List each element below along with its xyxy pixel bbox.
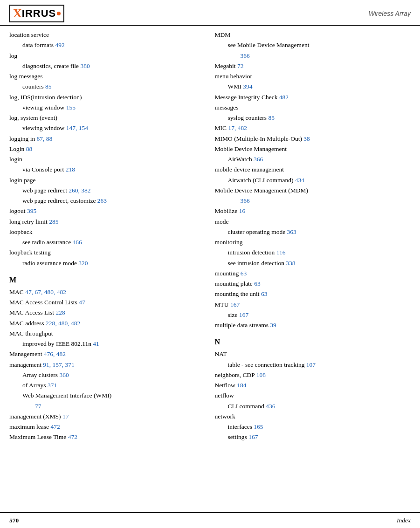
index-entry-main: long retry limit 285	[9, 217, 201, 226]
index-entry-main: mounting the unit 63	[215, 289, 411, 299]
index-entry-sub: intrusion detection 116	[215, 248, 411, 257]
index-entry-sub: settings 167	[215, 432, 411, 442]
page: XIRRUS Wireless Array location serviceda…	[0, 0, 420, 528]
logo-area: XIRRUS	[9, 5, 64, 22]
index-entry-main: log	[9, 51, 201, 61]
index-entry-main: messages	[215, 103, 411, 112]
index-entry-main: mobile device management	[215, 165, 411, 174]
index-entry-main: neighbors, CDP 108	[215, 370, 411, 380]
index-entry-main: Message Integrity Check 482	[215, 93, 411, 102]
index-entry-main: management (XMS) 17	[9, 412, 201, 421]
index-entry-sub: web page redirect 260, 382	[9, 186, 201, 195]
index-entry-main: Management 476, 482	[9, 350, 201, 359]
index-entry-main: menu behavior	[215, 72, 411, 81]
index-entry-main: log, IDS(intrusion detection)	[9, 93, 201, 102]
index-entry-main: management 91, 157, 371	[9, 360, 201, 370]
index-entry-main: Megabit 72	[215, 62, 411, 71]
index-entry-sub: CLI command 436	[215, 402, 411, 411]
index-entry-main: MIC 17, 482	[215, 123, 411, 133]
index-entry-main: MAC address 228, 480, 482	[9, 319, 201, 328]
index-entry-sub: of Arrays 371	[9, 381, 201, 390]
index-entry-sub: viewing window 147, 154	[9, 123, 201, 133]
index-entry-main: mounting 63	[215, 269, 411, 278]
index-entry-sub: interfaces 165	[215, 422, 411, 432]
index-entry-main: network	[215, 412, 411, 421]
header: XIRRUS Wireless Array	[0, 0, 420, 26]
index-entry-main: MAC Access List 228	[9, 308, 201, 317]
index-entry-continued: 366	[215, 51, 411, 61]
index-entry-main: Netflow 184	[215, 381, 411, 390]
index-entry-sub: data formats 492	[9, 41, 201, 50]
index-entry-main: Mobile Device Management	[215, 144, 411, 154]
index-entry-sub: cluster operating mode 363	[215, 227, 411, 237]
index-entry-main: monitoring	[215, 238, 411, 247]
index-entry-main: Login 88	[9, 144, 201, 154]
index-entry-main: Maximum Lease Time 472	[9, 432, 201, 442]
index-entry-sub: radio assurance mode 320	[9, 259, 201, 268]
index-entry-main: loopback	[9, 227, 201, 237]
index-entry-main: MDM	[215, 30, 411, 40]
index-entry-main: MTU 167	[215, 300, 411, 309]
index-entry-main: MIMO (Multiple-In Multiple-Out) 38	[215, 134, 411, 144]
index-entry-sub: AirWatch 366	[215, 155, 411, 164]
index-entry-sub: counters 85	[9, 82, 201, 91]
index-entry-sub: web page redirect, customize 263	[9, 196, 201, 206]
right-column: MDMsee Mobile Device Management366Megabi…	[210, 30, 411, 443]
index-entry-main: login	[9, 155, 201, 164]
index-entry-main: Mobilize 16	[215, 206, 411, 216]
index-entry-sub-long: see Mobile Device Management	[215, 41, 411, 50]
index-entry-main: MAC throughput	[9, 329, 201, 338]
footer-page-number: 570	[9, 517, 19, 524]
index-entry-main: MAC 47, 67, 480, 482	[9, 288, 201, 297]
index-entry-main: log, system (event)	[9, 113, 201, 123]
index-entry-sub: syslog counters 85	[215, 113, 411, 123]
index-entry-sub: WMI 394	[215, 82, 411, 91]
logo-x-letter: X	[13, 7, 22, 21]
index-entry-main: maximum lease 472	[9, 422, 201, 432]
index-entry-sub: improved by IEEE 802.11n 41	[9, 339, 201, 349]
index-entry-main: log messages	[9, 72, 201, 81]
footer-label: Index	[397, 517, 411, 524]
index-entry-continued: 366	[215, 196, 411, 206]
index-entry-sub: Airwatch (CLI command) 434	[215, 176, 411, 185]
index-entry-main: login page	[9, 176, 201, 185]
logo-registered-dot	[57, 12, 61, 15]
header-title: Wireless Array	[369, 10, 411, 17]
index-entry-main: mode	[215, 217, 411, 226]
index-entry-sub: via Console port 218	[9, 165, 201, 174]
content-area: location servicedata formats 492logdiagn…	[0, 26, 420, 462]
index-entry-sub: table - see connection tracking 107	[215, 360, 411, 370]
section-letter: N	[215, 336, 411, 348]
index-entry-sub: size 167	[215, 310, 411, 320]
left-column: location servicedata formats 492logdiagn…	[9, 30, 210, 443]
index-entry-main: netflow	[215, 391, 411, 400]
index-entry-main: location service	[9, 30, 201, 40]
index-entry-sub: see intrusion detection 338	[215, 259, 411, 268]
footer: 570 Index	[0, 512, 420, 528]
index-entry-sub-long: Web Management Interface (WMI)	[9, 391, 201, 400]
index-entry-sub: see radio assurance 466	[9, 238, 201, 247]
section-letter: M	[9, 274, 201, 286]
index-entry-main: logout 395	[9, 206, 201, 216]
index-entry-main: Mobile Device Management (MDM)	[215, 186, 411, 195]
index-entry-main: multiple data streams 39	[215, 321, 411, 330]
index-entry-sub: viewing window 155	[9, 103, 201, 112]
index-entry-main: NAT	[215, 350, 411, 359]
index-entry-continued: 77	[9, 402, 201, 411]
logo-box: XIRRUS	[9, 5, 64, 22]
index-entry-main: loopback testing	[9, 248, 201, 257]
index-entry-main: mounting plate 63	[215, 279, 411, 288]
index-entry-sub: Array clusters 360	[9, 370, 201, 380]
index-entry-sub: diagnostics, create file 380	[9, 62, 201, 71]
index-entry-main: logging in 67, 88	[9, 134, 201, 144]
logo-irrus: IRRUS	[22, 7, 56, 20]
index-entry-main: MAC Access Control Lists 47	[9, 298, 201, 307]
